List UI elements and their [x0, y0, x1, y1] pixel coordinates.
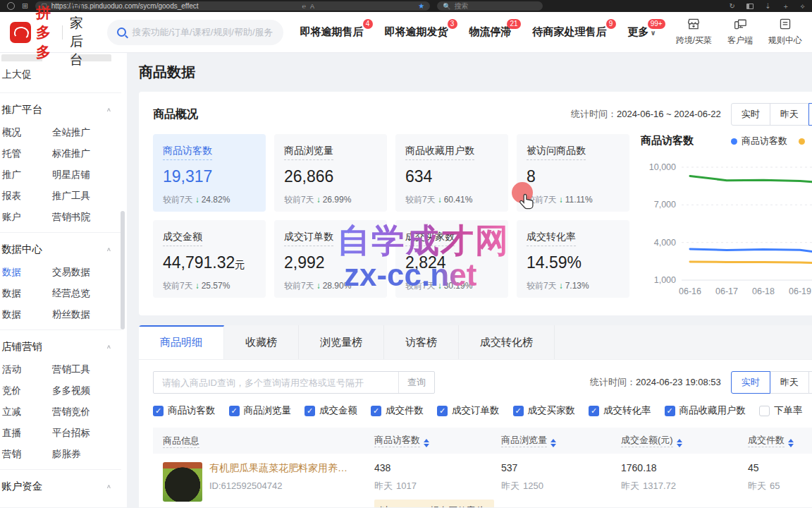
browser-reload-icon[interactable] — [7, 2, 15, 10]
checkbox-checked-icon[interactable]: ✓ — [437, 406, 448, 416]
sidebar-item[interactable]: 数据 — [0, 287, 52, 300]
sidebar-item[interactable]: 营销工具 — [52, 363, 127, 376]
metric-checkbox-3[interactable]: ✓成交件数 — [371, 404, 424, 417]
metric-checkbox-7[interactable]: ✓商品收藏用户数 — [665, 404, 746, 417]
browser-search-box[interactable]: 🔍 搜索 — [437, 1, 543, 11]
sidebar-section-2[interactable]: 店铺营销∧ — [0, 334, 127, 359]
sort-icon[interactable] — [677, 439, 682, 447]
browser-workspaces-icon[interactable]: ⊞ — [22, 2, 28, 10]
nav-item-4[interactable]: 更多∨99+ — [628, 25, 656, 39]
metric-checkbox-2[interactable]: ✓成交金额 — [304, 404, 357, 417]
sidebar-item[interactable]: 营销书院 — [52, 211, 127, 224]
nav-item-3[interactable]: 待商家处理售后9 — [533, 25, 607, 39]
range-button-实时[interactable]: 实时 — [731, 371, 770, 394]
sidebar-item[interactable]: 推广工具 — [52, 190, 127, 202]
metric-checkbox-0[interactable]: ✓商品访客数 — [153, 404, 216, 417]
column-header-4[interactable]: 成交件数 — [738, 428, 812, 454]
sidebar-item[interactable]: 多多视频 — [52, 385, 127, 397]
accessibility-icon[interactable]: A — [310, 3, 314, 10]
tab-1[interactable]: 收藏榜 — [224, 325, 299, 359]
sidebar-item[interactable]: 活动 — [0, 363, 52, 376]
sidebar-item[interactable]: 明星店铺 — [52, 169, 127, 181]
column-header-1[interactable]: 商品访客数 — [364, 428, 491, 454]
pinduoduo-logo-text[interactable]: 拼多多 — [36, 3, 55, 62]
product-title-link[interactable]: 有机肥瓜果蔬菜花肥料家用养花植... — [209, 462, 350, 475]
checkbox-checked-icon[interactable]: ✓ — [304, 406, 315, 416]
sidebar-item[interactable]: 竞价 — [0, 385, 52, 397]
header-tool-0[interactable]: 跨境/买菜 — [676, 18, 712, 47]
checkbox-checked-icon[interactable]: ✓ — [371, 406, 381, 416]
sidebar-item[interactable]: 概况 — [0, 126, 52, 139]
goods-id-input[interactable] — [154, 372, 398, 393]
download-icon[interactable]: ⇣ — [765, 2, 770, 10]
metric-checkbox-8[interactable]: 下单率 — [759, 404, 803, 417]
legend-item-0[interactable]: 商品访客数 — [731, 135, 787, 147]
sync-icon[interactable]: ↻ — [730, 2, 735, 10]
sidebar-item[interactable]: 托管 — [0, 147, 52, 160]
metric-checkbox-4[interactable]: ✓成交订单数 — [437, 404, 500, 417]
sidebar-item[interactable]: 交易数据 — [52, 266, 127, 279]
nav-item-2[interactable]: 物流停滞21 — [469, 25, 512, 39]
sidebar-item[interactable]: 报表 — [0, 190, 52, 202]
tab-0[interactable]: 商品明细 — [139, 325, 224, 359]
header-tool-1[interactable]: 客户端 — [727, 18, 753, 47]
checkbox-checked-icon[interactable]: ✓ — [153, 406, 164, 416]
metric-checkbox-1[interactable]: ✓商品浏览量 — [229, 404, 292, 417]
nav-item-1[interactable]: 即将逾期发货3 — [385, 25, 448, 39]
sort-icon[interactable] — [424, 439, 429, 447]
sidebar-item[interactable]: 粉丝数据 — [52, 308, 127, 321]
more-tools-icon[interactable]: ⟡ — [800, 2, 805, 11]
range-button-昨天[interactable]: 昨天 — [770, 103, 809, 126]
sidebar-item[interactable]: 营销 — [0, 448, 52, 461]
sidebar-item-top[interactable]: 上大促 — [0, 61, 127, 88]
range-button-昨天[interactable]: 昨天 — [770, 371, 809, 394]
query-button[interactable]: 查询 — [398, 372, 434, 393]
sidebar-item[interactable]: 数据 — [0, 308, 52, 321]
sort-icon[interactable] — [788, 439, 794, 447]
pinduoduo-logo-icon[interactable] — [10, 22, 31, 43]
sidebar-item[interactable]: 全站推广 — [52, 126, 127, 139]
sidebar-section-0[interactable]: 推广平台∧ — [0, 97, 127, 122]
sidebar-item[interactable]: 推广 — [0, 169, 52, 181]
checkbox-checked-icon[interactable]: ✓ — [665, 406, 675, 416]
media-icon[interactable]: ℮ — [302, 3, 306, 10]
column-header-2[interactable]: 商品浏览量 — [491, 428, 611, 454]
checkbox-checked-icon[interactable]: ✓ — [229, 406, 240, 416]
global-search-input[interactable]: 搜索功能/订单/课程/规则/帮助/服务 — [107, 20, 283, 45]
stat-card-7[interactable]: 成交转化率14.59%较前7天↓7.13% — [517, 220, 629, 298]
sidebar-item[interactable]: 平台招标 — [52, 427, 127, 440]
checkbox-checked-icon[interactable]: ✓ — [513, 406, 524, 416]
sidebar-item[interactable]: 直播 — [0, 427, 52, 440]
sidebar-item[interactable]: 膨胀券 — [52, 448, 127, 461]
range-button-7天[interactable]: 7天 — [808, 371, 812, 394]
range-button-实时[interactable]: 实时 — [731, 103, 770, 126]
legend-item-1[interactable] — [799, 138, 809, 145]
tab-2[interactable]: 浏览量榜 — [299, 325, 384, 359]
stat-card-2[interactable]: 商品收藏用户数634较前7天↓60.41% — [395, 134, 508, 212]
sidebar-section-1[interactable]: 数据中心∧ — [0, 237, 127, 262]
sidebar-item[interactable]: 经营总览 — [52, 287, 127, 300]
metric-checkbox-5[interactable]: ✓成交买家数 — [513, 404, 576, 417]
bookmark-star-icon[interactable]: ★ — [418, 2, 424, 10]
tab-4[interactable]: 成交转化榜 — [459, 325, 555, 359]
column-header-3[interactable]: 成交金额(元) — [611, 428, 738, 454]
browser-address-bar[interactable]: ▢ https://mms.pinduoduo.com/sycm/goods_e… — [35, 1, 430, 11]
split-screen-icon[interactable] — [746, 4, 753, 9]
stat-card-0[interactable]: 商品访客数19,317较前7天↓24.82% — [153, 134, 266, 212]
metric-checkbox-6[interactable]: ✓成交转化率 — [589, 404, 651, 417]
sidebar-item[interactable]: 账户 — [0, 211, 52, 224]
tab-3[interactable]: 访客榜 — [384, 325, 459, 359]
checkbox-checked-icon[interactable]: ✓ — [589, 406, 599, 416]
promo-bid-chip[interactable]: 以¥0.5~49.0报名同款竞价 — [374, 500, 494, 507]
product-image[interactable] — [163, 462, 202, 502]
sidebar-item[interactable]: 立减 — [0, 406, 52, 418]
stat-card-4[interactable]: 成交金额44,791.32元较前7天↓25.57% — [153, 220, 266, 298]
sidebar-item[interactable]: 数据 — [0, 266, 52, 279]
extensions-add-icon[interactable]: ＋ — [782, 1, 789, 11]
sidebar-scrollbar[interactable] — [121, 211, 125, 329]
stat-card-5[interactable]: 成交订单数2,992较前7天↓28.90% — [274, 220, 387, 298]
sidebar-item[interactable]: 营销竞价 — [52, 406, 127, 418]
range-button-7天[interactable]: 7天 — [808, 103, 812, 126]
sidebar-item[interactable]: 标准推广 — [52, 147, 127, 160]
sort-icon[interactable] — [550, 439, 556, 447]
